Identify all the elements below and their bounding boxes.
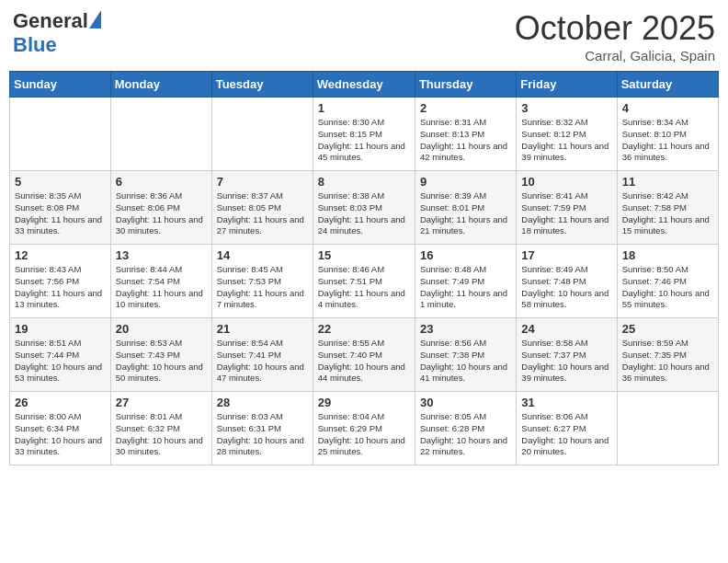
calendar-week-row: 5Sunrise: 8:35 AMSunset: 8:08 PMDaylight… [10, 171, 719, 245]
day-number: 28 [217, 396, 308, 409]
weekday-header-monday: Monday [110, 72, 211, 98]
location-text: Carral, Galicia, Spain [515, 48, 715, 63]
calendar-day-cell: 2Sunrise: 8:31 AMSunset: 8:13 PMDaylight… [415, 98, 516, 171]
day-info: Sunrise: 8:43 AMSunset: 7:56 PMDaylight:… [15, 264, 106, 311]
day-number: 20 [116, 322, 207, 336]
day-info: Sunrise: 8:01 AMSunset: 6:32 PMDaylight:… [116, 411, 207, 458]
day-number: 18 [622, 248, 713, 262]
day-number: 13 [116, 248, 207, 262]
empty-cell [10, 98, 111, 171]
title-area: October 2025 Carral, Galicia, Spain [515, 9, 715, 63]
day-number: 6 [116, 175, 207, 189]
calendar-day-cell: 29Sunrise: 8:04 AMSunset: 6:29 PMDayligh… [313, 392, 415, 465]
day-info: Sunrise: 8:55 AMSunset: 7:40 PMDaylight:… [318, 338, 410, 385]
calendar-day-cell: 1Sunrise: 8:30 AMSunset: 8:15 PMDaylight… [313, 98, 415, 171]
logo-general-text: General [13, 9, 88, 33]
day-number: 19 [15, 322, 106, 336]
day-info: Sunrise: 8:36 AMSunset: 8:06 PMDaylight:… [116, 190, 207, 237]
day-number: 4 [622, 101, 713, 115]
calendar-day-cell: 28Sunrise: 8:03 AMSunset: 6:31 PMDayligh… [211, 392, 313, 465]
day-info: Sunrise: 8:06 AMSunset: 6:27 PMDaylight:… [521, 411, 611, 458]
day-info: Sunrise: 8:04 AMSunset: 6:29 PMDaylight:… [318, 411, 410, 458]
day-info: Sunrise: 8:42 AMSunset: 7:58 PMDaylight:… [622, 190, 713, 237]
day-number: 3 [521, 101, 611, 115]
logo: General Blue [13, 9, 101, 57]
weekday-header-thursday: Thursday [415, 72, 516, 98]
day-info: Sunrise: 8:39 AMSunset: 8:01 PMDaylight:… [420, 190, 511, 237]
empty-cell [110, 98, 211, 171]
calendar-day-cell: 22Sunrise: 8:55 AMSunset: 7:40 PMDayligh… [313, 318, 415, 392]
day-info: Sunrise: 8:45 AMSunset: 7:53 PMDaylight:… [217, 264, 308, 311]
calendar-day-cell: 19Sunrise: 8:51 AMSunset: 7:44 PMDayligh… [10, 318, 111, 392]
day-number: 23 [420, 322, 511, 336]
calendar-day-cell: 3Sunrise: 8:32 AMSunset: 8:12 PMDaylight… [517, 98, 617, 171]
day-info: Sunrise: 8:35 AMSunset: 8:08 PMDaylight:… [15, 190, 106, 237]
calendar-day-cell: 5Sunrise: 8:35 AMSunset: 8:08 PMDaylight… [10, 171, 111, 245]
day-info: Sunrise: 8:03 AMSunset: 6:31 PMDaylight:… [217, 411, 308, 458]
day-info: Sunrise: 8:46 AMSunset: 7:51 PMDaylight:… [318, 264, 410, 311]
month-title: October 2025 [515, 9, 715, 48]
calendar-week-row: 26Sunrise: 8:00 AMSunset: 6:34 PMDayligh… [10, 392, 719, 465]
day-info: Sunrise: 8:30 AMSunset: 8:15 PMDaylight:… [318, 117, 410, 164]
calendar-day-cell: 8Sunrise: 8:38 AMSunset: 8:03 PMDaylight… [313, 171, 415, 245]
calendar-day-cell: 27Sunrise: 8:01 AMSunset: 6:32 PMDayligh… [110, 392, 211, 465]
calendar-day-cell: 26Sunrise: 8:00 AMSunset: 6:34 PMDayligh… [10, 392, 111, 465]
day-number: 9 [420, 175, 511, 189]
day-number: 14 [217, 248, 308, 262]
calendar-day-cell: 15Sunrise: 8:46 AMSunset: 7:51 PMDayligh… [313, 245, 415, 318]
day-info: Sunrise: 8:38 AMSunset: 8:03 PMDaylight:… [318, 190, 410, 237]
day-number: 1 [318, 101, 410, 115]
day-number: 5 [15, 175, 106, 189]
day-info: Sunrise: 8:34 AMSunset: 8:10 PMDaylight:… [622, 117, 713, 164]
day-info: Sunrise: 8:49 AMSunset: 7:48 PMDaylight:… [521, 264, 611, 311]
day-number: 27 [116, 396, 207, 409]
day-info: Sunrise: 8:59 AMSunset: 7:35 PMDaylight:… [622, 338, 713, 385]
calendar-day-cell: 30Sunrise: 8:05 AMSunset: 6:28 PMDayligh… [415, 392, 516, 465]
day-number: 15 [318, 248, 410, 262]
day-number: 30 [420, 396, 511, 409]
day-info: Sunrise: 8:05 AMSunset: 6:28 PMDaylight:… [420, 411, 511, 458]
day-number: 26 [15, 396, 106, 409]
day-number: 10 [521, 175, 611, 189]
day-number: 17 [521, 248, 611, 262]
calendar-week-row: 1Sunrise: 8:30 AMSunset: 8:15 PMDaylight… [10, 98, 719, 171]
day-number: 12 [15, 248, 106, 262]
calendar-day-cell: 12Sunrise: 8:43 AMSunset: 7:56 PMDayligh… [10, 245, 111, 318]
day-number: 7 [217, 175, 308, 189]
calendar-day-cell: 13Sunrise: 8:44 AMSunset: 7:54 PMDayligh… [110, 245, 211, 318]
day-info: Sunrise: 8:41 AMSunset: 7:59 PMDaylight:… [521, 190, 611, 237]
day-number: 24 [521, 322, 611, 336]
weekday-header-tuesday: Tuesday [211, 72, 313, 98]
calendar-day-cell: 10Sunrise: 8:41 AMSunset: 7:59 PMDayligh… [517, 171, 617, 245]
day-info: Sunrise: 8:31 AMSunset: 8:13 PMDaylight:… [420, 117, 511, 164]
calendar-table: SundayMondayTuesdayWednesdayThursdayFrid… [9, 71, 719, 465]
calendar-week-row: 12Sunrise: 8:43 AMSunset: 7:56 PMDayligh… [10, 245, 719, 318]
logo-triangle-icon [89, 10, 101, 29]
calendar-day-cell: 6Sunrise: 8:36 AMSunset: 8:06 PMDaylight… [110, 171, 211, 245]
weekday-header-row: SundayMondayTuesdayWednesdayThursdayFrid… [10, 72, 719, 98]
calendar-week-row: 19Sunrise: 8:51 AMSunset: 7:44 PMDayligh… [10, 318, 719, 392]
day-number: 31 [521, 396, 611, 409]
empty-cell [211, 98, 313, 171]
calendar-day-cell: 20Sunrise: 8:53 AMSunset: 7:43 PMDayligh… [110, 318, 211, 392]
day-info: Sunrise: 8:32 AMSunset: 8:12 PMDaylight:… [521, 117, 611, 164]
weekday-header-friday: Friday [517, 72, 617, 98]
calendar-day-cell: 31Sunrise: 8:06 AMSunset: 6:27 PMDayligh… [517, 392, 617, 465]
calendar-day-cell: 16Sunrise: 8:48 AMSunset: 7:49 PMDayligh… [415, 245, 516, 318]
day-info: Sunrise: 8:48 AMSunset: 7:49 PMDaylight:… [420, 264, 511, 311]
calendar-day-cell: 21Sunrise: 8:54 AMSunset: 7:41 PMDayligh… [211, 318, 313, 392]
calendar-day-cell: 24Sunrise: 8:58 AMSunset: 7:37 PMDayligh… [517, 318, 617, 392]
calendar-day-cell: 4Sunrise: 8:34 AMSunset: 8:10 PMDaylight… [617, 98, 718, 171]
calendar-day-cell: 9Sunrise: 8:39 AMSunset: 8:01 PMDaylight… [415, 171, 516, 245]
day-number: 2 [420, 101, 511, 115]
page-header: General Blue October 2025 Carral, Galici… [9, 9, 719, 63]
calendar-day-cell: 17Sunrise: 8:49 AMSunset: 7:48 PMDayligh… [517, 245, 617, 318]
weekday-header-sunday: Sunday [10, 72, 111, 98]
weekday-header-saturday: Saturday [617, 72, 718, 98]
calendar-day-cell: 11Sunrise: 8:42 AMSunset: 7:58 PMDayligh… [617, 171, 718, 245]
day-info: Sunrise: 8:51 AMSunset: 7:44 PMDaylight:… [15, 338, 106, 385]
day-info: Sunrise: 8:56 AMSunset: 7:38 PMDaylight:… [420, 338, 511, 385]
day-number: 8 [318, 175, 410, 189]
calendar-day-cell: 23Sunrise: 8:56 AMSunset: 7:38 PMDayligh… [415, 318, 516, 392]
day-number: 21 [217, 322, 308, 336]
